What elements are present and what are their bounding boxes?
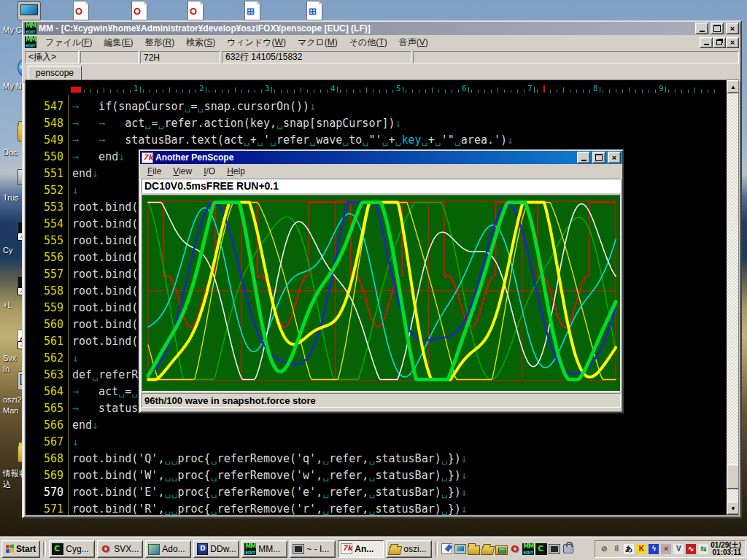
scroll-up-button[interactable]: ▲	[727, 80, 739, 93]
ddw-icon	[197, 543, 208, 555]
document-icon: ⊞	[306, 1, 322, 20]
ruler-tick	[248, 90, 249, 93]
taskbar-button-ddw[interactable]: DDw...	[193, 540, 239, 558]
mdi-restore-button[interactable]	[713, 37, 726, 48]
ruler-tick	[498, 88, 498, 93]
taskbar-button-an[interactable]: An...	[338, 540, 384, 558]
quicklaunch-folder-icon[interactable]	[468, 545, 480, 555]
ruler-number: 1	[133, 84, 139, 93]
taskbar-button-cyg[interactable]: Cyg...	[49, 540, 95, 558]
desktop-icon-document[interactable]: O	[131, 1, 149, 20]
code-line: 570root.bind('E',␣␣proc{␣referRemove('e'…	[26, 484, 727, 501]
ruler-tick	[222, 90, 222, 93]
ruler-tick	[379, 90, 380, 93]
quicklaunch-svx-icon[interactable]	[509, 543, 521, 555]
status-segment-1	[80, 51, 139, 63]
start-button[interactable]: Start	[1, 540, 40, 558]
quicklaunch-lock-icon[interactable]	[563, 544, 573, 553]
tray-update-icon[interactable]: ⇆	[698, 544, 708, 554]
quicklaunch-pictures-icon[interactable]	[495, 545, 508, 555]
ruler-tick	[104, 88, 104, 93]
taskbar-button-ado[interactable]: Ado...	[145, 540, 191, 558]
menu-item-help[interactable]: Help	[221, 165, 251, 178]
scroll-down-button[interactable]: ▼	[727, 502, 739, 515]
tray-dialup-icon[interactable]: ϟ	[649, 544, 659, 554]
ruler-tick	[438, 90, 439, 93]
ps-minimize-button[interactable]	[577, 152, 590, 163]
ruler-tick	[458, 90, 459, 93]
column-ruler: 123456789	[26, 80, 727, 95]
ruler-tick	[156, 90, 157, 93]
line-number: 553	[26, 199, 63, 216]
menu-item-t[interactable]: その他(T)	[344, 35, 393, 50]
ado-icon	[148, 544, 160, 555]
waveform-plot	[142, 195, 619, 391]
desktop-icon-document[interactable]: ⊞	[244, 1, 262, 20]
desktop-icon-document[interactable]: ⊞	[306, 1, 324, 20]
line-number: 551	[26, 166, 63, 182]
quicklaunch-show-desktop-icon[interactable]	[441, 543, 452, 554]
menu-item-e[interactable]: 編集(E)	[98, 35, 139, 50]
close-button[interactable]: ×	[726, 23, 739, 34]
taskbar-button-i[interactable]: ~ - I...	[290, 540, 336, 558]
line-number: 549	[26, 132, 63, 149]
quick-launch-bar	[441, 542, 575, 555]
menu-item-s[interactable]: 検索(S)	[180, 35, 221, 50]
menu-item-view[interactable]: View	[167, 165, 198, 178]
quicklaunch-cygwin-icon[interactable]	[535, 543, 547, 555]
line-number: 566	[26, 417, 63, 434]
tray-pen-tool-icon[interactable]: V	[673, 544, 684, 554]
tray-atok-icon[interactable]: K	[636, 544, 646, 554]
penscope-titlebar[interactable]: Another PenScope ×	[140, 151, 622, 164]
quicklaunch-mmedit-icon[interactable]	[522, 543, 534, 555]
taskbar-button-svx[interactable]: SVX...	[97, 540, 143, 558]
terminal-icon	[293, 544, 304, 554]
tray-mute-icon[interactable]: ⊘	[599, 544, 609, 554]
line-number: 561	[26, 333, 63, 350]
desktop-icon-document[interactable]: O	[187, 1, 205, 20]
line-number: 570	[26, 484, 63, 501]
mdi-minimize-button[interactable]	[700, 37, 713, 48]
ruler-tick	[307, 90, 308, 93]
document-icon: O	[187, 1, 204, 20]
quicklaunch-folder-open-icon[interactable]	[481, 546, 495, 555]
minimize-button[interactable]	[695, 23, 708, 34]
quicklaunch-computer-icon[interactable]	[454, 544, 466, 554]
ps-close-button[interactable]: ×	[608, 152, 621, 163]
taskbar-button-oszi[interactable]: oszi...	[386, 540, 432, 558]
tk-icon	[341, 543, 352, 554]
penscope-window: Another PenScope × FileViewI/OHelp DC10V…	[139, 149, 624, 413]
menu-item-file[interactable]: File	[142, 165, 167, 178]
taskbar-button-mm[interactable]: MM...	[241, 540, 287, 558]
desktop-icon-document[interactable]: O	[73, 1, 90, 20]
maximize-button[interactable]	[711, 23, 724, 34]
menu-item-io[interactable]: I/O	[198, 165, 221, 178]
tk-icon	[142, 152, 153, 163]
tray-ime-hiragana-icon[interactable]: あ	[624, 544, 634, 554]
menu-item-v[interactable]: 音声(V)	[393, 35, 434, 50]
code-line: 568root.bind('Q',␣␣proc{␣referRemove('q'…	[26, 451, 727, 467]
mdi-close-button[interactable]: ×	[726, 37, 739, 48]
penscope-menubar: FileViewI/OHelp	[140, 164, 622, 179]
menu-item-f[interactable]: ファイル(F)	[39, 35, 98, 50]
menu-item-r[interactable]: 整形(R)	[139, 35, 180, 50]
scrollbar-thumb[interactable]	[727, 464, 739, 489]
vertical-scrollbar[interactable]: ▲ ▼	[727, 80, 738, 515]
line-text: root.bind('	[72, 249, 144, 266]
ruler-tick	[419, 90, 419, 93]
ruler-tick	[491, 90, 492, 93]
line-text: root.bind('	[72, 300, 144, 316]
ps-maximize-button[interactable]	[592, 152, 605, 163]
status-segment-4	[413, 51, 739, 63]
mm-titlebar[interactable]: MM - [C:¥cygwin¥home¥Administrator¥devel…	[23, 22, 740, 35]
menu-item-m[interactable]: マクロ(M)	[292, 35, 344, 50]
menu-item-w[interactable]: ウィンドウ(W)	[221, 35, 292, 50]
ruler-tick	[537, 90, 538, 93]
ruler-tick	[97, 90, 98, 93]
oscilloscope-display[interactable]	[142, 195, 621, 392]
taskbar-clock[interactable]: 01/29(土) 01:03:11	[711, 542, 741, 556]
tray-network-monitor-icon[interactable]: ∿	[686, 544, 696, 554]
tray-keys-icon[interactable]: 8	[611, 544, 622, 554]
tray-pc-disconnect-icon[interactable]: ×	[661, 544, 671, 554]
quicklaunch-terminal-icon[interactable]	[549, 544, 560, 554]
